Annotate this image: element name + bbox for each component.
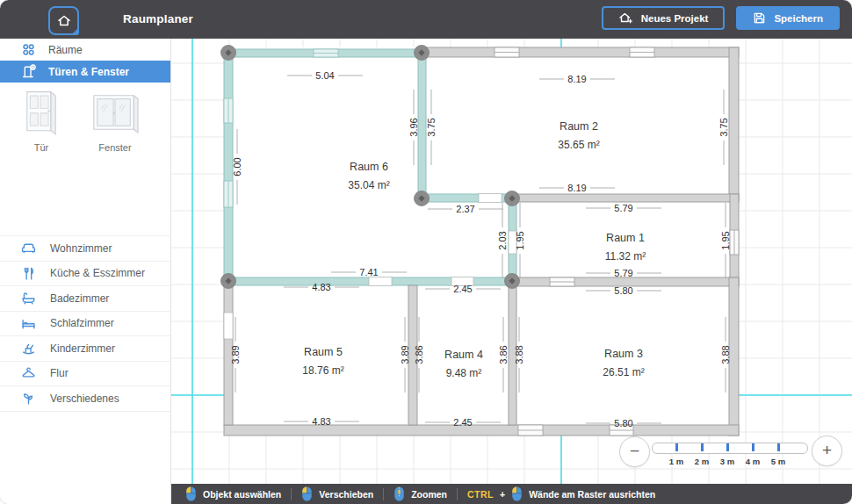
scale-tick-label: 5 m bbox=[767, 457, 790, 466]
dimension-label: 7.41 bbox=[359, 267, 378, 277]
toolbar-hint-label: Wände am Raster ausrichten bbox=[529, 489, 655, 500]
sidebar-item-tueren-fenster[interactable]: Türen & Fenster bbox=[0, 61, 170, 83]
wall[interactable] bbox=[224, 425, 739, 436]
sidebar-item-wohnzimmer[interactable]: Wohnzimmer bbox=[0, 236, 170, 262]
sidebar-item-badezimmer[interactable]: Badezimmer bbox=[0, 286, 170, 312]
utensils-icon bbox=[21, 266, 36, 281]
wall-selected[interactable] bbox=[418, 49, 426, 202]
sidebar-item-flur[interactable]: Flur bbox=[0, 362, 170, 387]
mouse-left-icon bbox=[301, 486, 313, 502]
dimension-label: 3.88 bbox=[720, 345, 731, 364]
sidebar-item-schlafzimmer[interactable]: Schlafzimmer bbox=[0, 312, 170, 337]
toolbar-hint-label: Zoomen bbox=[411, 489, 447, 500]
room-area: 18.76 m² bbox=[302, 364, 343, 377]
floppy-icon bbox=[753, 11, 766, 25]
library-item-label: Tür bbox=[16, 142, 67, 153]
ctrl-key-label: CTRL bbox=[467, 489, 494, 500]
sidebar-item-verschiedenes[interactable]: Verschiedenes bbox=[0, 386, 170, 412]
save-label: Speichern bbox=[774, 13, 823, 24]
zoom-out-button[interactable]: − bbox=[619, 436, 650, 467]
dimension-label: 2.37 bbox=[456, 204, 474, 214]
library-panel: Tür Fenster bbox=[0, 89, 170, 159]
toolbar-hint-verschieben: Verschieben bbox=[301, 486, 373, 502]
sidebar-item-label: Badezimmer bbox=[50, 292, 109, 305]
room-name: Raum 5 bbox=[304, 346, 343, 358]
zoom-in-button[interactable]: + bbox=[812, 436, 842, 466]
sidebar-item-label: Küche & Esszimmer bbox=[50, 267, 145, 279]
dimension-label: 1.95 bbox=[720, 231, 731, 249]
category-list: WohnzimmerKüche & EsszimmerBadezimmerSch… bbox=[0, 235, 170, 412]
scale-tick bbox=[752, 443, 755, 451]
wall[interactable] bbox=[729, 47, 739, 202]
sidebar-item-k-che-esszimmer[interactable]: Küche & Esszimmer bbox=[0, 262, 170, 287]
door-opening[interactable] bbox=[479, 194, 502, 203]
wall[interactable] bbox=[422, 47, 739, 57]
dimension-label: 8.19 bbox=[567, 183, 586, 193]
library-item-fenster[interactable]: Fenster bbox=[86, 89, 144, 153]
sidebar-item-kinderzimmer[interactable]: Kinderzimmer bbox=[0, 336, 170, 362]
rooms-grid-icon bbox=[21, 42, 36, 57]
library-item-tuer[interactable]: Tür bbox=[16, 89, 67, 153]
dimension-label: 2.45 bbox=[453, 417, 472, 428]
dimension-label: 3.89 bbox=[400, 345, 410, 364]
dimension-label: 5.79 bbox=[614, 203, 632, 213]
save-button[interactable]: Speichern bbox=[736, 6, 840, 30]
room-name: Raum 6 bbox=[350, 161, 388, 173]
door-opening[interactable] bbox=[369, 277, 392, 286]
mouse-left-icon bbox=[185, 486, 197, 502]
scale-tick bbox=[701, 443, 704, 451]
room-name: Raum 2 bbox=[560, 120, 598, 133]
zoom-scale-ruler: 1 m2 m3 m4 m5 m bbox=[652, 443, 808, 454]
plus-sign: + bbox=[500, 489, 505, 500]
house-plus-icon bbox=[618, 11, 633, 25]
toolbar-separator bbox=[291, 488, 292, 500]
toolbar-separator bbox=[457, 488, 458, 500]
sofa-icon bbox=[21, 241, 36, 256]
sidebar-item-label: Türen & Fenster bbox=[48, 66, 129, 78]
new-project-label: Neues Projekt bbox=[641, 13, 709, 24]
room-area: 35.65 m² bbox=[558, 139, 599, 151]
room-area: 26.51 m² bbox=[603, 366, 644, 378]
sidebar-item-label: Flur bbox=[50, 367, 69, 379]
new-project-button[interactable]: Neues Projekt bbox=[602, 6, 726, 30]
room-area: 9.48 m² bbox=[446, 367, 482, 379]
page-title: Raumplaner bbox=[123, 0, 193, 39]
wall[interactable] bbox=[516, 194, 739, 202]
dimension-label: 5.80 bbox=[614, 418, 632, 428]
app-logo[interactable] bbox=[48, 6, 79, 35]
dimension-label: 6.00 bbox=[232, 157, 242, 176]
dimension-label: 4.83 bbox=[312, 282, 330, 292]
mouse-left-icon bbox=[511, 486, 523, 502]
logo-fold bbox=[71, 27, 79, 35]
floorplan-svg[interactable]: 5.048.198.192.375.795.797.414.832.455.80… bbox=[171, 39, 852, 484]
dimension-label: 2.03 bbox=[497, 231, 508, 249]
scale-tick bbox=[675, 443, 678, 451]
toolbar-hint-w-nde-am-raster-ausrichten: CTRL+Wände am Raster ausrichten bbox=[467, 486, 655, 502]
room-name: Raum 4 bbox=[444, 349, 483, 361]
dimension-label: 2.45 bbox=[453, 284, 472, 294]
dimension-label: 3.75 bbox=[426, 118, 437, 136]
bottom-toolbar: Objekt auswählenVerschiebenZoomenCTRL+Wä… bbox=[171, 484, 852, 504]
dimension-label: 3.86 bbox=[498, 345, 509, 364]
sidebar-item-raeume[interactable]: Räume bbox=[0, 39, 170, 61]
dimension-label: 3.75 bbox=[718, 118, 729, 136]
app-window: Raumplaner Neues Projekt S bbox=[0, 0, 852, 504]
dimension-label: 3.96 bbox=[408, 118, 419, 136]
floorplan-canvas[interactable]: 5.048.198.192.375.795.797.414.832.455.80… bbox=[171, 39, 852, 484]
dimension-label: 5.79 bbox=[614, 268, 632, 278]
dimension-label: 4.83 bbox=[312, 416, 330, 427]
room-name: Raum 1 bbox=[606, 232, 645, 244]
toolbar-hint-zoomen: Zoomen bbox=[394, 486, 447, 502]
hanger-icon bbox=[21, 366, 36, 381]
door-opening[interactable] bbox=[224, 313, 233, 339]
scale-tick-label: 3 m bbox=[716, 457, 739, 466]
dimension-label: 3.88 bbox=[514, 345, 524, 364]
sidebar-item-label: Räume bbox=[48, 44, 83, 56]
sidebar: Räume Türen & Fenster bbox=[0, 39, 171, 504]
dimension-label: 5.80 bbox=[614, 285, 632, 296]
dimension-label: 3.86 bbox=[414, 345, 424, 364]
dimension-label: 5.04 bbox=[315, 70, 334, 81]
library-item-label: Fenster bbox=[86, 142, 144, 153]
scale-tick bbox=[726, 443, 729, 451]
scale-tick-label: 2 m bbox=[690, 457, 713, 466]
